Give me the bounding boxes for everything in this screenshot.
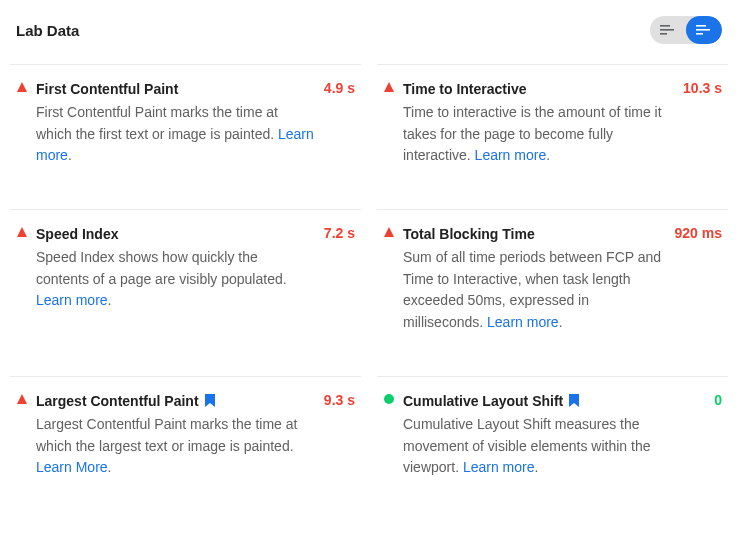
- metric-description: Largest Contentful Paint marks the time …: [36, 414, 314, 479]
- status-indicator: [16, 81, 36, 93]
- metric-description: Sum of all time periods between FCP and …: [403, 247, 665, 334]
- triangle-red-icon: [16, 226, 28, 238]
- metric-name-text: Time to Interactive: [403, 79, 526, 100]
- svg-marker-10: [17, 394, 27, 404]
- metric-value: 920 ms: [675, 225, 722, 241]
- svg-marker-7: [384, 82, 394, 92]
- metric-value: 0: [714, 392, 722, 408]
- metric-card: Cumulative Layout ShiftCumulative Layout…: [377, 376, 728, 521]
- metric-name-text: First Contentful Paint: [36, 79, 178, 100]
- learn-more-link[interactable]: Learn more: [487, 314, 559, 330]
- metric-name: Largest Contentful Paint: [36, 391, 216, 412]
- svg-point-11: [384, 394, 394, 404]
- metric-description: Time to interactive is the amount of tim…: [403, 102, 673, 167]
- metric-body: Cumulative Layout ShiftCumulative Layout…: [403, 391, 714, 479]
- metric-card: Speed IndexSpeed Index shows how quickly…: [10, 209, 361, 376]
- svg-marker-8: [17, 227, 27, 237]
- metric-body: First Contentful PaintFirst Contentful P…: [36, 79, 324, 167]
- svg-marker-6: [17, 82, 27, 92]
- metric-card: Total Blocking TimeSum of all time perio…: [377, 209, 728, 376]
- triangle-red-icon: [383, 81, 395, 93]
- metric-card: Largest Contentful PaintLargest Contentf…: [10, 376, 361, 521]
- status-indicator: [16, 393, 36, 405]
- metric-value: 7.2 s: [324, 225, 355, 241]
- svg-rect-1: [660, 29, 674, 31]
- metric-body: Total Blocking TimeSum of all time perio…: [403, 224, 675, 334]
- svg-rect-5: [696, 33, 703, 35]
- triangle-red-icon: [16, 81, 28, 93]
- triangle-red-icon: [16, 393, 28, 405]
- view-expanded-button[interactable]: [686, 16, 722, 44]
- svg-rect-4: [696, 29, 710, 31]
- metric-name: Speed Index: [36, 224, 118, 245]
- metric-value: 10.3 s: [683, 80, 722, 96]
- metric-name-text: Speed Index: [36, 224, 118, 245]
- bookmark-icon: [204, 394, 216, 408]
- metric-name-text: Total Blocking Time: [403, 224, 535, 245]
- circle-green-icon: [383, 393, 395, 405]
- status-indicator: [383, 226, 403, 238]
- metric-name-text: Largest Contentful Paint: [36, 391, 199, 412]
- section-title: Lab Data: [16, 22, 79, 39]
- metric-description: First Contentful Paint marks the time at…: [36, 102, 314, 167]
- learn-more-link[interactable]: Learn more: [475, 147, 547, 163]
- learn-more-link[interactable]: Learn more: [463, 459, 535, 475]
- metric-name: Cumulative Layout Shift: [403, 391, 580, 412]
- metric-card: Time to InteractiveTime to interactive i…: [377, 64, 728, 209]
- bookmark-icon: [568, 394, 580, 408]
- view-toggle-group: [650, 16, 722, 44]
- svg-marker-9: [384, 227, 394, 237]
- metric-value: 9.3 s: [324, 392, 355, 408]
- metric-body: Speed IndexSpeed Index shows how quickly…: [36, 224, 324, 312]
- status-indicator: [383, 393, 403, 405]
- metric-card: First Contentful PaintFirst Contentful P…: [10, 64, 361, 209]
- metric-name: Total Blocking Time: [403, 224, 535, 245]
- expanded-lines-icon: [696, 24, 712, 36]
- svg-rect-0: [660, 25, 670, 27]
- metric-body: Largest Contentful PaintLargest Contentf…: [36, 391, 324, 479]
- learn-more-link[interactable]: Learn more: [36, 292, 108, 308]
- metric-value: 4.9 s: [324, 80, 355, 96]
- status-indicator: [16, 226, 36, 238]
- metric-description: Cumulative Layout Shift measures the mov…: [403, 414, 704, 479]
- svg-rect-2: [660, 33, 667, 35]
- view-compact-button[interactable]: [650, 16, 686, 44]
- metric-name: First Contentful Paint: [36, 79, 178, 100]
- status-indicator: [383, 81, 403, 93]
- metric-description: Speed Index shows how quickly the conten…: [36, 247, 314, 312]
- triangle-red-icon: [383, 226, 395, 238]
- learn-more-link[interactable]: Learn More: [36, 459, 108, 475]
- metrics-grid: First Contentful PaintFirst Contentful P…: [10, 64, 728, 521]
- metric-name-text: Cumulative Layout Shift: [403, 391, 563, 412]
- metric-body: Time to InteractiveTime to interactive i…: [403, 79, 683, 167]
- lab-data-header: Lab Data: [10, 16, 728, 44]
- svg-rect-3: [696, 25, 706, 27]
- metric-name: Time to Interactive: [403, 79, 526, 100]
- compact-lines-icon: [660, 24, 676, 36]
